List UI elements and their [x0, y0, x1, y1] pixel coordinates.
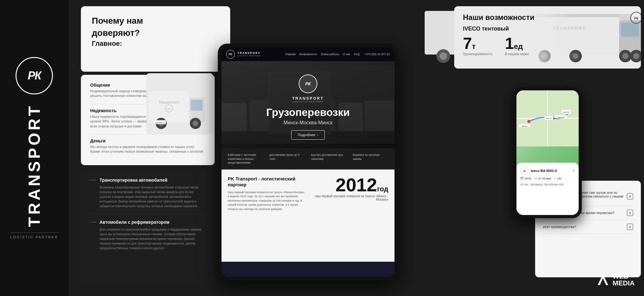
webmedia-brand: WEB MEDIA	[596, 273, 635, 287]
hero-logo: РК	[299, 74, 317, 93]
map-distance: ↗ 191	[553, 177, 562, 180]
count-stat: 1ед В нашем парке	[505, 35, 529, 56]
why-trust-title-line2: доверяют?	[92, 28, 219, 38]
sidebar-brand-name: TRANSPORT	[26, 104, 42, 227]
svg-text:Iveco EE: Iveco EE	[563, 111, 570, 113]
sidebar-tagline: LOGISTIC PARTNER	[10, 232, 58, 239]
year-number: 2012год	[311, 176, 388, 194]
van-image: BA 0001-5 TRANSPORT РК	[146, 73, 213, 134]
capabilities-title: Наши возможности	[463, 13, 632, 22]
why-trust-title-line1: Почему нам	[92, 16, 219, 26]
nav-link-stages[interactable]: Этапы работы	[320, 53, 339, 56]
tablet-nav-links[interactable]: Главная Возможности Этапы работы О нас F…	[285, 53, 360, 56]
tablet-nav-logo: РК TRANSPORT LOGISTIC PARTNER	[226, 50, 260, 59]
svg-point-5	[440, 52, 447, 60]
tablet-nav: РК TRANSPORT LOGISTIC PARTNER Главная Во…	[222, 47, 394, 61]
capabilities-stats: 7т Грузоподъёмность 1ед В нашем парке	[463, 35, 632, 56]
map-time: ⏰ 18:05	[520, 177, 532, 180]
vehicle-name: IVECO тентовый	[463, 26, 632, 32]
map-stats-row: ⏰ 18:05 🕐 2ч 23 мин ↗ 191	[520, 177, 575, 180]
phone-screen: Минск Витебск Iveco AT Iveco EE 🚛 Iveco …	[516, 90, 579, 215]
service-cars-title: Транспортировка автомобилей	[100, 178, 167, 183]
service-item-cars: Транспортировка автомобилей Возможна тра…	[90, 178, 205, 213]
nav-logo-circle: РК	[226, 50, 235, 59]
svg-point-60	[527, 120, 530, 123]
why-trust-subtitle: Главное:	[92, 40, 219, 48]
svg-text:Iveco AT: Iveco AT	[546, 117, 552, 119]
sidebar: РК TRANSPORT LOGISTIC PARTNER	[0, 0, 68, 296]
nav-link-faq[interactable]: FAQ	[354, 53, 360, 56]
vehicle-info: Iveco BA 0001-5	[531, 169, 557, 173]
svg-rect-19	[191, 100, 203, 111]
phone-map: Минск Витебск Iveco AT Iveco EE	[516, 90, 579, 171]
svg-point-23	[193, 121, 198, 126]
feature-money-title: Деньги	[90, 138, 205, 143]
tablet-feature-1: Доставляем грузы до 5 тонн	[269, 153, 305, 165]
hero-brand: TRANSPORT	[292, 96, 324, 101]
phone-mockup: Минск Витебск Iveco AT Iveco EE 🚛 Iveco …	[513, 87, 582, 218]
weight-stat: 7т Грузоподъёмность	[463, 35, 492, 56]
faq-toggle-0[interactable]: ∧	[627, 193, 633, 199]
service-item-refrigerator: Автомобили с рефрижератором Для сохранно…	[90, 220, 205, 255]
svg-rect-17	[149, 91, 189, 122]
vehicle-header: 🚛 Iveco BA 0001-5 ✎	[520, 166, 575, 175]
nav-link-home[interactable]: Главная	[285, 53, 296, 56]
company-desc: Наш первый грузовик появился на трассе «…	[228, 190, 305, 212]
van-svg: BA 0001-5 TRANSPORT РК	[147, 74, 212, 133]
capabilities-card: Наши возможности IVECO тентовый 7т Грузо…	[454, 6, 641, 69]
tablet-feature-0: Работаем с частными клиентами и бизнес-п…	[228, 153, 263, 165]
service-item-cars-header: Транспортировка автомобилей	[90, 178, 205, 183]
nav-link-capabilities[interactable]: Возможности	[299, 53, 317, 56]
service-item-ref-header: Автомобили с рефрижератором	[90, 220, 205, 225]
svg-text:BA 0001-5: BA 0001-5	[155, 122, 164, 124]
nav-phone: +375 (29) 33 077-22	[364, 53, 390, 56]
faq-toggle-1[interactable]: ∨	[627, 210, 633, 216]
service-ref-title: Автомобили с рефрижератором	[100, 220, 170, 225]
webmedia-logo: WEB MEDIA	[596, 273, 635, 287]
vehicle-edit: ✎	[572, 169, 575, 172]
vehicle-avatar: 🚛	[520, 166, 529, 175]
tablet-bottom-section: PK Transport - логистический партнер Наш…	[222, 169, 394, 262]
service-ref-desc: Для сохранности скоропортящейся продукци…	[90, 227, 205, 251]
tablet-hero: РК TRANSPORT LOGISTIC PARTNER Грузоперев…	[222, 61, 394, 148]
wm-logo-svg	[596, 273, 610, 287]
svg-rect-72	[602, 281, 604, 282]
feature-money-desc: Мы всегда честно и заранее оговариваем с…	[90, 145, 205, 154]
service-dash	[90, 180, 96, 180]
tablet-screen: РК TRANSPORT LOGISTIC PARTNER Главная Во…	[222, 47, 394, 277]
faq-item-2[interactable]: иеет преимущества? ∨	[543, 220, 633, 234]
svg-rect-46	[222, 103, 246, 131]
map-duration: 🕐 2ч 23 мин	[534, 177, 551, 180]
tablet-feature-2: Быстро доставляем груз заказчику	[311, 153, 347, 165]
sidebar-logo-letters: РК	[28, 69, 41, 82]
hero-title: Грузоперевозки	[266, 107, 350, 118]
tablet-feature-3: Беремся за срочные заказы	[353, 153, 388, 165]
map-location: 24 сек · Беларусь, Витебская обл.	[520, 181, 575, 186]
faq-toggle-2[interactable]: ∨	[627, 224, 633, 230]
faq-question-2: иеет преимущества?	[543, 225, 627, 229]
hero-button[interactable]: Подробнее ›	[291, 130, 325, 140]
why-trust-card: Почему нам доверяют? Главное:	[81, 6, 230, 72]
hero-brand-tagline: LOGISTIC PARTNER	[292, 101, 323, 103]
svg-text:Витебск: Витебск	[558, 117, 565, 118]
tablet-features-bar: Работаем с частными клиентами и бизнес-п…	[222, 148, 394, 169]
services-card: Транспортировка автомобилей Возможна тра…	[81, 170, 215, 282]
tablet-bottom-right: 2012год наш первый грузовик появился на …	[311, 176, 388, 255]
tablet-bottom-left: PK Transport - логистический партнер Наш…	[228, 176, 305, 255]
service-dash-2	[90, 222, 96, 222]
map-svg: Минск Витебск Iveco AT Iveco EE	[516, 90, 579, 146]
svg-text:Минск: Минск	[522, 125, 527, 127]
sidebar-logo-circle: РК	[16, 57, 53, 94]
company-title: PK Transport - логистический партнер	[228, 176, 305, 188]
feature-money: Деньги Мы всегда честно и заранее оговар…	[90, 138, 205, 154]
svg-text:TRANSPORT: TRANSPORT	[158, 101, 180, 104]
vehicle-name: Iveco BA 0001-5	[531, 169, 557, 173]
svg-text:РК: РК	[167, 108, 170, 111]
svg-rect-51	[365, 101, 394, 131]
nav-link-about[interactable]: О нас	[343, 53, 350, 56]
tablet-mockup: РК TRANSPORT LOGISTIC PARTNER Главная Во…	[218, 44, 398, 280]
year-label: наш первый грузовик появился на трассе «…	[311, 194, 388, 201]
svg-marker-71	[598, 274, 608, 285]
webmedia-icon	[596, 273, 610, 287]
service-cars-desc: Возможна транспортировка легковых автомо…	[90, 185, 205, 208]
